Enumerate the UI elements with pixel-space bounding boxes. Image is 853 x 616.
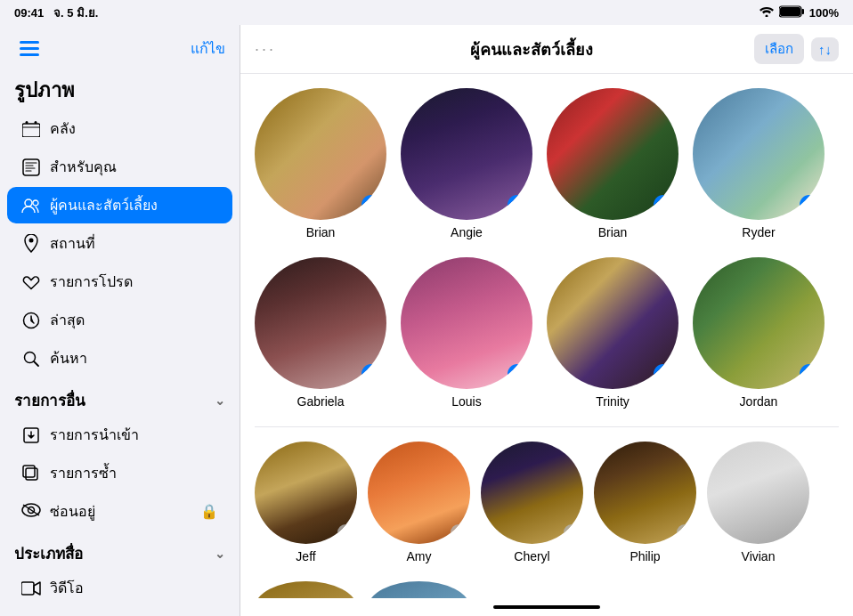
person-card-jordan[interactable]: ♥ Jordan: [693, 257, 825, 409]
sidebar-item-imports[interactable]: รายการนำเข้า: [7, 417, 232, 453]
person-name-philip: Philip: [630, 549, 660, 563]
favorite-badge-jordan: ♥: [800, 364, 819, 384]
svg-point-13: [29, 238, 34, 242]
other-section-chevron-icon: ⌄: [215, 393, 225, 408]
people-row-4: [255, 581, 839, 598]
svg-rect-7: [22, 124, 40, 137]
person-card-jeff[interactable]: ♥ Jeff: [255, 442, 357, 563]
media-section-title: ประเภทสื่อ: [14, 541, 83, 565]
person-card-cheryl[interactable]: ♥ Cheryl: [481, 442, 583, 563]
places-icon: [21, 234, 41, 254]
person-avatar-amy: ♥: [368, 442, 470, 544]
person-card-angie[interactable]: ♥ Angie: [401, 88, 532, 239]
sidebar-item-label-imports: รายการนำเข้า: [50, 424, 139, 446]
favorite-badge-jeff: ♥: [337, 524, 353, 540]
wifi-icon: [760, 6, 774, 20]
person-card-partial-2[interactable]: [368, 581, 470, 598]
status-time-date: 09:41 จ. 5 มิ.ย.: [14, 4, 98, 22]
person-avatar-partial-1: [255, 581, 357, 598]
status-bar: 09:41 จ. 5 มิ.ย. 100%: [0, 0, 853, 25]
sidebar-item-label-places: สถานที่: [50, 232, 95, 255]
sidebar-item-search[interactable]: ค้นหา: [7, 340, 232, 377]
person-card-brian1[interactable]: ♥ Brian: [255, 88, 386, 239]
svg-rect-17: [26, 468, 37, 480]
sidebar-item-video[interactable]: วิดีโอ: [7, 570, 232, 606]
person-card-vivian[interactable]: ♥ Vivian: [707, 442, 809, 563]
person-name-trinity: Trinity: [596, 394, 630, 409]
hidden-label: ซ่อนอยู่: [50, 500, 95, 523]
svg-point-11: [25, 199, 32, 207]
svg-rect-22: [21, 582, 34, 595]
person-name-angie: Angie: [451, 225, 483, 239]
person-card-philip[interactable]: ♥ Philip: [594, 442, 696, 563]
sidebar-item-label-library: คลัง: [50, 118, 76, 140]
person-avatar-louis: ♥: [401, 257, 532, 389]
duplicates-icon: [21, 464, 41, 483]
person-card-brian2[interactable]: ♥ Brian: [547, 88, 678, 239]
favorite-badge-amy: ♥: [451, 524, 467, 540]
sidebar-toggle-button[interactable]: [14, 36, 45, 61]
sidebar-item-favorites[interactable]: รายการโปรด: [7, 263, 232, 300]
person-avatar-brian2: ♥: [547, 88, 678, 220]
lock-icon: 🔒: [200, 503, 218, 520]
battery-icon: [779, 5, 804, 20]
imports-icon: [21, 426, 41, 445]
sidebar-item-label-video: วิดีโอ: [50, 577, 84, 599]
sidebar-item-hidden[interactable]: ซ่อนอยู่ 🔒: [7, 493, 232, 530]
svg-rect-3: [780, 7, 800, 16]
sidebar-item-places[interactable]: สถานที่: [7, 225, 232, 262]
scroll-indicator: [240, 598, 853, 616]
favorite-badge-gabriela: ♥: [362, 364, 381, 384]
sidebar: แก้ไข รูปภาพ คลัง สำหรับคุณ ผู้คนและสัตว…: [0, 25, 240, 616]
scroll-dot: [493, 605, 600, 609]
sidebar-item-duplicates[interactable]: รายการซ้ำ: [7, 455, 232, 491]
content-title: ผู้คนและสัตว์เลี้ยง: [308, 36, 754, 62]
header-actions: เลือก ↑↓: [754, 34, 839, 64]
person-avatar-cheryl: ♥: [481, 442, 583, 544]
person-card-louis[interactable]: ♥ Louis: [401, 257, 532, 409]
person-card-partial-1[interactable]: [255, 581, 357, 598]
sort-button[interactable]: ↑↓: [811, 37, 839, 61]
other-section-header[interactable]: รายการอื่น ⌄: [0, 377, 240, 416]
favorite-badge-vivian: ♥: [790, 524, 806, 540]
status-time: 09:41: [14, 6, 44, 20]
svg-point-0: [765, 14, 768, 17]
person-name-brian2: Brian: [598, 225, 628, 239]
person-name-louis: Louis: [451, 394, 481, 409]
person-name-jeff: Jeff: [296, 549, 315, 563]
favorite-badge-trinity: ♥: [654, 364, 673, 384]
select-button[interactable]: เลือก: [754, 34, 804, 64]
sidebar-item-recents[interactable]: ล่าสุด: [7, 302, 232, 338]
svg-point-8: [35, 121, 37, 124]
foryou-icon: [21, 158, 41, 177]
person-card-amy[interactable]: ♥ Amy: [368, 442, 470, 563]
sidebar-item-library[interactable]: คลัง: [7, 110, 232, 147]
sidebar-item-people[interactable]: ผู้คนและสัตว์เลี้ยง: [7, 187, 232, 223]
sidebar-item-label-favorites: รายการโปรด: [50, 271, 133, 293]
sidebar-section-title: รูปภาพ: [0, 68, 240, 109]
person-name-jordan: Jordan: [740, 394, 778, 409]
media-section-header[interactable]: ประเภทสื่อ ⌄: [0, 531, 240, 569]
favorite-badge-louis: ♥: [508, 364, 527, 384]
sidebar-item-selfies[interactable]: เซลฟี่: [7, 608, 232, 616]
favorite-badge-brian1: ♥: [362, 195, 381, 215]
edit-button[interactable]: แก้ไข: [191, 37, 225, 60]
person-card-gabriela[interactable]: ♥ Gabriela: [255, 257, 386, 409]
sidebar-item-label-duplicates: รายการซ้ำ: [50, 462, 117, 484]
status-indicators: 100%: [760, 5, 839, 20]
sidebar-item-label-people: ผู้คนและสัตว์เลี้ยง: [50, 194, 158, 216]
people-grid: ♥ Brian ♥ Angie ♥ Brian: [240, 74, 853, 598]
sidebar-item-label-foryou: สำหรับคุณ: [50, 156, 117, 178]
svg-rect-2: [801, 9, 804, 14]
sidebar-item-label-recents: ล่าสุด: [50, 309, 85, 331]
person-card-trinity[interactable]: ♥ Trinity: [547, 257, 678, 409]
search-icon: [21, 349, 41, 369]
sidebar-item-foryou[interactable]: สำหรับคุณ: [7, 149, 232, 185]
person-card-ryder[interactable]: ♥ Ryder: [693, 88, 825, 239]
person-avatar-trinity: ♥: [547, 257, 678, 389]
person-avatar-philip: ♥: [594, 442, 696, 544]
person-avatar-gabriela: ♥: [255, 257, 386, 389]
status-date: จ. 5 มิ.ย.: [53, 6, 98, 20]
content-area: ··· ผู้คนและสัตว์เลี้ยง เลือก ↑↓ ♥ Brian: [240, 25, 853, 616]
favorite-badge-angie: ♥: [508, 195, 527, 215]
